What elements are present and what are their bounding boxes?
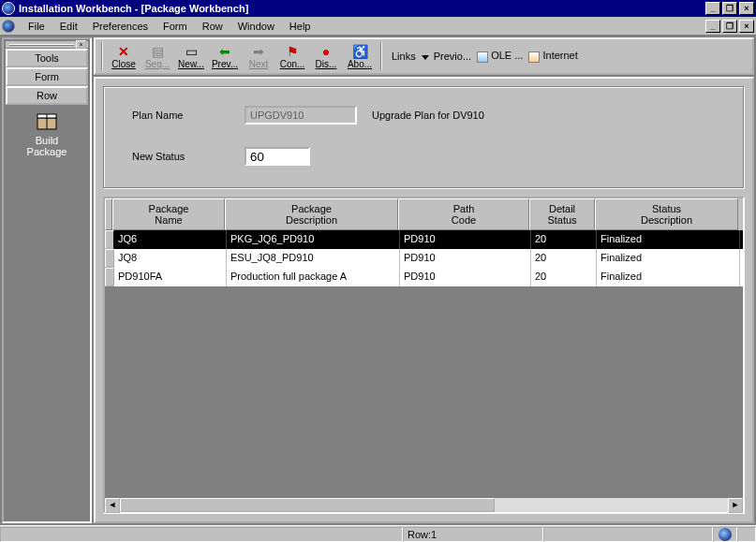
cell-detail-status: 20: [531, 249, 597, 268]
sidebar-close-button[interactable]: ×: [76, 40, 86, 49]
plan-name-field: UPGDV910: [245, 106, 357, 125]
cell-status-desc: Finalized: [597, 230, 740, 249]
cell-detail-status: 20: [531, 268, 597, 286]
col-package-name[interactable]: Package Name: [112, 198, 225, 230]
ole-icon: [477, 51, 488, 63]
cell-path-code: PD910: [400, 268, 531, 286]
toolbar-abo-button[interactable]: ♿ Abo...: [343, 43, 377, 70]
seq-icon: ▤: [142, 44, 172, 59]
dis-icon: ●: [311, 44, 341, 59]
status-cell-3: [543, 527, 713, 542]
cell-status-desc: Finalized: [597, 249, 740, 268]
sidebar-tools-button[interactable]: Tools: [6, 49, 88, 67]
scroll-track[interactable]: [120, 498, 728, 512]
scroll-thumb[interactable]: [120, 498, 495, 512]
package-grid: Package Name Package Description Path Co…: [103, 197, 745, 514]
close-button[interactable]: ×: [739, 2, 754, 15]
horizontal-scrollbar[interactable]: ◄ ►: [105, 497, 743, 512]
internet-icon: [528, 51, 540, 63]
mdi-icon: [2, 20, 15, 33]
status-cell-5: [737, 527, 756, 542]
menu-window[interactable]: Window: [230, 19, 282, 34]
sidebar: × Tools Form Row Build Package: [2, 37, 92, 523]
toolbar: ✕ Close ▤ Seq... ▭ New... ⬅ Prev... ➡ Ne…: [94, 37, 754, 75]
menu-preferences[interactable]: Preferences: [85, 19, 156, 34]
links-label: Links: [392, 51, 416, 62]
next-icon: ➡: [244, 44, 274, 59]
scroll-left-button[interactable]: ◄: [105, 498, 120, 513]
row-selector[interactable]: [105, 230, 114, 249]
sidebar-row-button[interactable]: Row: [6, 86, 88, 105]
build-package-label[interactable]: Build Package: [6, 135, 88, 157]
menu-bar: File Edit Preferences Form Row Window He…: [0, 17, 756, 36]
cell-package-desc: PKG_JQ6_PD910: [227, 230, 400, 249]
grid-table: Package Name Package Description Path Co…: [105, 198, 743, 286]
new-status-field[interactable]: [245, 147, 310, 166]
abo-icon: ♿: [345, 44, 375, 59]
toolbar-close-button[interactable]: ✕ Close: [107, 43, 141, 70]
cell-package-name: JQ6: [114, 230, 227, 249]
sidebar-header: ×: [6, 41, 88, 49]
menu-row[interactable]: Row: [195, 19, 230, 34]
scroll-right-button[interactable]: ►: [728, 498, 743, 513]
maximize-button[interactable]: ❐: [722, 2, 737, 15]
cell-package-desc: Production full package A: [227, 268, 400, 286]
plan-desc: Upgrade Plan for DV910: [372, 110, 484, 121]
cell-path-code: PD910: [400, 249, 531, 268]
content-area: × Tools Form Row Build Package ✕ Close ▤…: [0, 36, 756, 525]
links-dropdown[interactable]: Previo...: [422, 51, 471, 62]
toolbar-con-button[interactable]: ⚑ Con...: [275, 43, 309, 70]
main-panel: ✕ Close ▤ Seq... ▭ New... ⬅ Prev... ➡ Ne…: [94, 37, 754, 523]
grid-header-row: Package Name Package Description Path Co…: [105, 198, 743, 230]
row-selector[interactable]: [105, 249, 114, 268]
cell-package-desc: ESU_JQ8_PD910: [227, 249, 400, 268]
mdi-close-button[interactable]: ×: [739, 20, 754, 33]
plan-fieldset: Plan Name UPGDV910 Upgrade Plan for DV91…: [103, 86, 745, 189]
status-row-cell: Row:1: [403, 527, 543, 542]
cell-package-name: PD910FA: [114, 268, 227, 286]
table-row[interactable]: JQ8 ESU_JQ8_PD910 PD910 20 Finalized: [105, 249, 743, 268]
toolbar-new-button[interactable]: ▭ New...: [174, 43, 208, 70]
app-icon: [2, 2, 15, 15]
new-icon: ▭: [176, 44, 206, 59]
globe-icon: [719, 528, 732, 541]
window-title: Installation Workbench - [Package Workbe…: [19, 3, 248, 14]
links-internet[interactable]: Internet: [528, 50, 577, 62]
prev-icon: ⬅: [210, 44, 240, 59]
links-ole[interactable]: OLE ...: [477, 50, 523, 62]
toolbar-prev-button[interactable]: ⬅ Prev...: [208, 43, 242, 70]
form-area: Plan Name UPGDV910 Upgrade Plan for DV91…: [94, 77, 754, 523]
sidebar-dark-area: Build Package: [6, 105, 88, 520]
cell-path-code: PD910: [400, 230, 531, 249]
cell-detail-status: 20: [531, 230, 597, 249]
close-icon: ✕: [109, 44, 139, 59]
toolbar-next-button: ➡ Next: [242, 43, 275, 70]
new-status-label: New Status: [132, 151, 245, 162]
sidebar-form-button[interactable]: Form: [6, 67, 88, 86]
mdi-restore-button[interactable]: ❐: [722, 20, 737, 33]
table-row[interactable]: PD910FA Production full package A PD910 …: [105, 268, 743, 286]
menu-help[interactable]: Help: [282, 19, 319, 34]
con-icon: ⚑: [277, 44, 307, 59]
title-bar: Installation Workbench - [Package Workbe…: [0, 0, 756, 17]
col-package-desc[interactable]: Package Description: [225, 198, 398, 230]
menu-form[interactable]: Form: [156, 19, 195, 34]
mdi-minimize-button[interactable]: _: [705, 20, 720, 33]
table-row[interactable]: JQ6 PKG_JQ6_PD910 PD910 20 Finalized: [105, 230, 743, 249]
col-status-desc[interactable]: Status Description: [595, 198, 738, 230]
plan-name-label: Plan Name: [132, 110, 245, 121]
menu-file[interactable]: File: [21, 19, 52, 34]
status-globe-cell: [713, 527, 737, 542]
build-package-icon[interactable]: [36, 112, 58, 131]
status-cell-1: [0, 527, 403, 542]
toolbar-seq-button: ▤ Seq...: [141, 43, 174, 70]
cell-package-name: JQ8: [114, 249, 227, 268]
col-path-code[interactable]: Path Code: [398, 198, 529, 230]
menu-edit[interactable]: Edit: [52, 19, 85, 34]
toolbar-dis-button[interactable]: ● Dis...: [309, 43, 343, 70]
row-selector[interactable]: [105, 268, 114, 286]
col-detail-status[interactable]: Detail Status: [529, 198, 595, 230]
links-area: Links Previo... OLE ... Internet: [386, 50, 578, 62]
minimize-button[interactable]: _: [705, 2, 720, 15]
status-bar: Row:1: [0, 525, 756, 542]
